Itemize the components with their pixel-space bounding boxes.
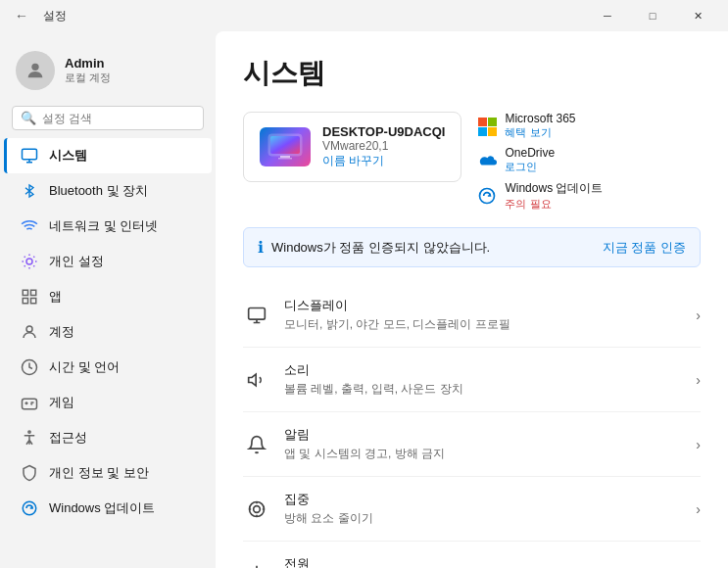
titlebar-title: 설정 <box>43 8 67 24</box>
ms365-icon <box>477 117 497 136</box>
sound-chevron: › <box>696 372 701 388</box>
display-name: 디스플레이 <box>284 297 682 314</box>
system-label: 시스템 <box>49 147 87 165</box>
apps-label: 앱 <box>49 288 62 306</box>
warning-text: Windows가 정품 인증되지 않았습니다. <box>271 239 490 257</box>
svg-point-2 <box>26 259 32 264</box>
ms365-name: Microsoft 365 <box>505 112 575 125</box>
accounts-icon <box>20 322 39 342</box>
device-name: DESKTOP-U9DACQI <box>322 124 445 139</box>
nav-item-personalize[interactable]: 개인 설정 <box>4 244 212 279</box>
device-sub: VMware20,1 <box>322 139 445 153</box>
apps-icon <box>20 287 39 307</box>
notifications-text: 알림 앱 및 시스템의 경고, 방해 금지 <box>284 426 682 462</box>
settings-item-notifications[interactable]: 알림 앱 및 시스템의 경고, 방해 금지 › <box>243 412 701 477</box>
titlebar: ← 설정 ─ □ ✕ <box>0 0 728 31</box>
svg-point-24 <box>250 501 265 516</box>
user-profile[interactable]: Admin 로컬 계정 <box>0 43 216 106</box>
avatar <box>16 51 55 90</box>
maximize-button[interactable]: □ <box>630 0 675 31</box>
service-ms365[interactable]: Microsoft 365 혜택 보기 <box>477 112 603 140</box>
bluetooth-icon <box>20 181 39 201</box>
onedrive-action[interactable]: 로그인 <box>505 160 555 174</box>
ms365-action[interactable]: 혜택 보기 <box>505 125 575 140</box>
svg-point-0 <box>31 64 38 71</box>
nav-item-apps[interactable]: 앱 <box>4 279 212 314</box>
display-desc: 모니터, 밝기, 야간 모드, 디스플레이 프로필 <box>284 316 682 333</box>
minimize-button[interactable]: ─ <box>585 0 630 31</box>
update-label: Windows 업데이트 <box>49 499 155 517</box>
settings-list: 디스플레이 모니터, 밝기, 야간 모드, 디스플레이 프로필 › 소리 볼륨 … <box>243 283 701 568</box>
sound-icon <box>243 366 270 394</box>
focus-chevron: › <box>696 501 701 517</box>
service-onedrive[interactable]: OneDrive 로그인 <box>477 146 603 174</box>
personalize-icon <box>20 252 39 271</box>
nav-item-time[interactable]: 시간 및 언어 <box>4 350 212 385</box>
svg-rect-22 <box>249 308 266 319</box>
network-icon <box>20 216 39 236</box>
svg-rect-6 <box>23 299 27 304</box>
user-info: Admin 로컬 계정 <box>65 56 111 85</box>
settings-item-focus[interactable]: 집중 방해 요소 줄이기 › <box>243 477 701 542</box>
display-text: 디스플레이 모니터, 밝기, 야간 모드, 디스플레이 프로필 <box>284 297 682 333</box>
device-card[interactable]: DESKTOP-U9DACQI VMware20,1 이름 바꾸기 <box>243 112 461 182</box>
notifications-icon <box>243 431 270 458</box>
winupdate-action[interactable]: 주의 필요 <box>505 197 603 212</box>
device-rename-link[interactable]: 이름 바꾸기 <box>322 153 445 169</box>
nav-item-accessibility[interactable]: 접근성 <box>4 420 212 455</box>
accessibility-label: 접근성 <box>49 429 87 447</box>
winupdate-name: Windows 업데이트 <box>505 180 603 197</box>
top-section: DESKTOP-U9DACQI VMware20,1 이름 바꾸기 Micros… <box>243 112 701 212</box>
time-icon <box>20 357 39 377</box>
sound-desc: 볼륨 레벨, 출력, 입력, 사운드 장치 <box>284 381 682 398</box>
device-info: DESKTOP-U9DACQI VMware20,1 이름 바꾸기 <box>322 124 445 169</box>
nav-item-update[interactable]: Windows 업데이트 <box>4 491 212 526</box>
nav-item-gaming[interactable]: 게임 <box>4 385 212 420</box>
privacy-icon <box>20 463 39 483</box>
settings-item-sound[interactable]: 소리 볼륨 레벨, 출력, 입력, 사운드 장치 › <box>243 348 701 412</box>
nav-item-accounts[interactable]: 계정 <box>4 314 212 350</box>
power-text: 전원 화면 및 절전 모드, 전원 모드 <box>284 555 682 568</box>
onedrive-text: OneDrive 로그인 <box>505 146 555 174</box>
svg-rect-9 <box>23 399 37 409</box>
close-button[interactable]: ✕ <box>675 0 720 31</box>
device-thumbnail <box>260 127 311 166</box>
svg-rect-1 <box>23 149 37 160</box>
power-name: 전원 <box>284 555 682 568</box>
user-name: Admin <box>65 56 111 71</box>
titlebar-controls: ─ □ ✕ <box>585 0 720 31</box>
personalize-label: 개인 설정 <box>49 253 104 270</box>
services-grid: Microsoft 365 혜택 보기 OneDrive 로그인 <box>477 112 603 212</box>
settings-item-power[interactable]: 전원 화면 및 절전 모드, 전원 모드 › <box>243 542 701 568</box>
settings-item-display[interactable]: 디스플레이 모니터, 밝기, 야간 모드, 디스플레이 프로필 › <box>243 283 701 348</box>
svg-marker-23 <box>249 374 256 386</box>
svg-point-12 <box>23 501 36 515</box>
warning-action[interactable]: 지금 정품 인증 <box>603 239 686 257</box>
sound-text: 소리 볼륨 레벨, 출력, 입력, 사운드 장치 <box>284 361 682 398</box>
nav-item-network[interactable]: 네트워크 및 인터넷 <box>4 209 212 244</box>
onedrive-icon <box>477 151 497 170</box>
svg-rect-5 <box>31 299 36 304</box>
nav-item-privacy[interactable]: 개인 정보 및 보안 <box>4 455 212 491</box>
service-winupdate[interactable]: Windows 업데이트 주의 필요 <box>477 180 603 212</box>
svg-rect-19 <box>478 127 487 136</box>
winupdate-text: Windows 업데이트 주의 필요 <box>505 180 603 212</box>
nav-item-bluetooth[interactable]: Bluetooth 및 장치 <box>4 173 212 209</box>
svg-rect-17 <box>478 118 487 126</box>
privacy-label: 개인 정보 및 보안 <box>49 464 149 482</box>
svg-point-11 <box>28 431 30 433</box>
power-icon <box>243 560 270 569</box>
svg-point-21 <box>480 189 495 204</box>
svg-point-7 <box>26 326 32 332</box>
focus-name: 집중 <box>284 491 682 508</box>
nav-item-system[interactable]: 시스템 <box>4 138 212 173</box>
warning-icon: ℹ <box>258 238 264 257</box>
svg-rect-14 <box>270 136 300 154</box>
accessibility-icon <box>20 428 39 448</box>
search-box[interactable]: 🔍 <box>12 106 204 130</box>
svg-point-10 <box>31 403 32 404</box>
titlebar-left: ← 설정 <box>8 2 67 29</box>
svg-rect-4 <box>31 290 36 295</box>
search-input[interactable] <box>42 112 195 125</box>
back-button[interactable]: ← <box>8 2 35 29</box>
